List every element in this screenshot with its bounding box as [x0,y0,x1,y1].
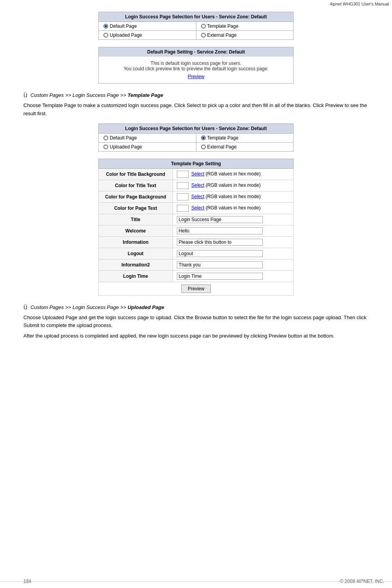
title-value[interactable] [173,214,293,225]
logout-label: Logout [99,248,173,259]
color-page-bg-box [177,193,189,200]
external-page-label: External Page [207,32,237,38]
color-title-bg-row: Color for Title Background Select (RGB v… [99,168,294,180]
external-page-option[interactable]: External Page [196,31,294,40]
login-time-input[interactable] [177,273,263,280]
login-time-label: Login Time [99,270,173,282]
logout-row: Logout [99,248,294,259]
bullet2-body2: After the upload process is completed an… [23,332,369,340]
color-title-text-hint: (RGB values in hex mode) [206,182,261,188]
color-page-bg-value[interactable]: Select (RGB values in hex mode) [173,191,293,202]
login-time-row: Login Time [99,270,294,282]
welcome-label: Welcome [99,225,173,236]
title-row: Title [99,214,294,225]
logout-input[interactable] [177,250,263,257]
color-title-bg-select[interactable]: Select [191,171,204,177]
default-page-label: Default Page [110,23,137,29]
second-default-page-label: Default Page [110,135,137,141]
footer-divider [0,581,392,584]
bullet1-text-bold: Template Page [128,92,163,98]
second-default-page-radio[interactable] [103,136,108,140]
information-input[interactable] [177,239,263,246]
bullet1-line: ü Custom Pages >> Login Success Page >> … [23,92,369,99]
information2-label: Information2 [99,259,173,270]
logout-value[interactable] [173,248,293,259]
information2-value[interactable] [173,259,293,270]
uploaded-page-label: Uploaded Page [110,32,142,38]
default-setting-body: This is default login success page for u… [99,57,293,83]
bullet2-char: ü [23,303,27,311]
template-preview-button[interactable]: Preview [181,284,211,293]
second-selection-header: Login Success Page Selection for Users -… [99,123,294,133]
template-preview-cell: Preview [99,282,294,295]
color-page-bg-row: Color for Page Background Select (RGB va… [99,191,294,202]
top-selection-table: Login Success Page Selection for Users -… [98,12,294,40]
information-value[interactable] [173,236,293,248]
top-selection-header: Login Success Page Selection for Users -… [99,12,294,22]
color-title-bg-label: Color for Title Background [99,168,173,180]
template-setting-header: Template Page Setting [99,159,294,168]
default-preview-link[interactable]: Preview [188,74,205,79]
bullet1-section: ü Custom Pages >> Login Success Page >> … [23,92,369,118]
bullet1-body: Choose Template Page to make a customize… [23,102,369,118]
bullet2-text: Custom Pages >> Login Success Page >> Up… [30,304,164,310]
second-template-page-radio[interactable] [201,136,206,140]
default-setting-header: Default Page Setting - Service Zone: Def… [99,47,293,57]
template-page-radio[interactable] [201,24,206,29]
template-preview-row: Preview [99,282,294,295]
color-page-bg-select[interactable]: Select [191,194,204,199]
bullet1-text-normal: Custom Pages >> Login Success Page >> [30,92,128,98]
color-title-text-select[interactable]: Select [191,182,204,188]
information-label: Information [99,236,173,248]
color-page-text-box [177,205,189,212]
second-default-page-option[interactable]: Default Page [99,133,196,142]
bullet1-text: Custom Pages >> Login Success Page >> Te… [30,92,163,98]
color-title-text-value[interactable]: Select (RGB values in hex mode) [173,180,293,191]
color-title-bg-box [177,171,189,178]
second-template-page-option[interactable]: Template Page [196,133,294,142]
external-page-radio[interactable] [201,33,206,38]
uploaded-page-radio[interactable] [103,33,108,38]
second-external-page-radio[interactable] [201,145,206,149]
second-uploaded-page-option[interactable]: Uploaded Page [99,142,196,151]
welcome-row: Welcome [99,225,294,236]
bullet1-char: ü [23,91,27,99]
color-page-text-label: Color for Page Text [99,202,173,214]
bullet2-body1: Choose Uploaded Page and get the login s… [23,314,369,330]
second-template-page-label: Template Page [207,135,239,141]
welcome-input[interactable] [177,227,263,234]
color-title-bg-value[interactable]: Select (RGB values in hex mode) [173,168,293,180]
title-input[interactable] [177,216,263,223]
second-selection-table: Login Success Page Selection for Users -… [98,123,294,152]
template-setting-table: Template Page Setting Color for Title Ba… [98,159,294,296]
color-page-text-row: Color for Page Text Select (RGB values i… [99,202,294,214]
default-setting-line2: You could click preview link to preview … [103,66,289,71]
default-setting-line1: This is default login success page for u… [103,61,289,66]
color-title-bg-hint: (RGB values in hex mode) [206,171,261,177]
second-uploaded-page-radio[interactable] [103,145,108,149]
second-external-page-label: External Page [207,144,237,150]
color-page-text-hint: (RGB values in hex mode) [206,205,261,211]
second-uploaded-page-label: Uploaded Page [110,144,142,150]
information2-input[interactable] [177,261,263,268]
uploaded-page-option[interactable]: Uploaded Page [99,31,196,40]
login-time-value[interactable] [173,270,293,282]
manual-title: 4ipnet WHG301 User's Manual [327,0,392,8]
color-page-text-value[interactable]: Select (RGB values in hex mode) [173,202,293,214]
welcome-value[interactable] [173,225,293,236]
template-page-option[interactable]: Template Page [196,22,294,31]
color-page-bg-hint: (RGB values in hex mode) [206,194,261,199]
color-title-text-label: Color for Title Text [99,180,173,191]
default-page-radio[interactable] [103,24,108,29]
color-title-text-box [177,182,189,189]
default-page-setting-box: Default Page Setting - Service Zone: Def… [98,47,294,84]
template-page-label: Template Page [207,23,239,29]
bullet2-line: ü Custom Pages >> Login Success Page >> … [23,304,369,311]
title-label: Title [99,214,173,225]
color-page-text-select[interactable]: Select [191,205,204,211]
default-page-option[interactable]: Default Page [99,22,196,31]
information2-row: Information2 [99,259,294,270]
information-row: Information [99,236,294,248]
bullet2-text-normal: Custom Pages >> Login Success Page >> [30,304,128,310]
second-external-page-option[interactable]: External Page [196,142,294,151]
